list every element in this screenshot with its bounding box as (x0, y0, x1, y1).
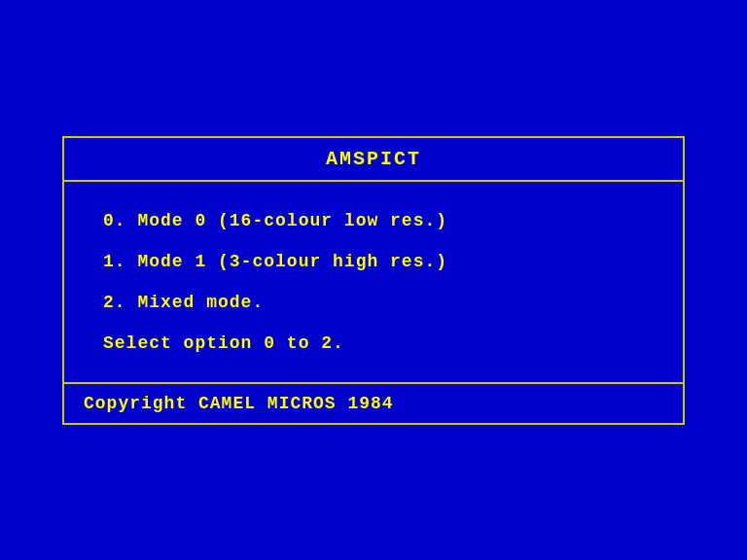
title-bar: AMSPICT (64, 138, 683, 182)
footer-bar: Copyright CAMEL MICROS 1984 (64, 384, 683, 423)
menu-item-2[interactable]: 2. Mixed mode. (103, 293, 644, 312)
main-window: AMSPICT 0. Mode 0 (16-colour low res.) 1… (62, 136, 685, 425)
copyright-text: Copyright CAMEL MICROS 1984 (84, 394, 394, 413)
menu-area: 0. Mode 0 (16-colour low res.) 1. Mode 1… (64, 182, 683, 384)
menu-item-0[interactable]: 0. Mode 0 (16-colour low res.) (103, 211, 644, 230)
select-prompt: Select option 0 to 2. (103, 333, 644, 353)
app-title: AMSPICT (326, 148, 421, 170)
menu-item-1[interactable]: 1. Mode 1 (3-colour high res.) (103, 252, 644, 271)
